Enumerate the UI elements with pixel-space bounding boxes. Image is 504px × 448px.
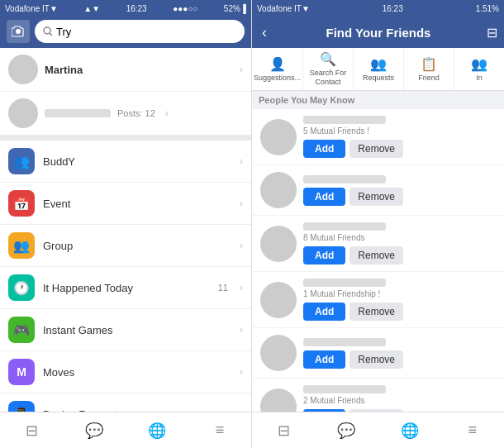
nav-item-happened-today[interactable]: 🕐 It Happened Today 11 ›	[0, 267, 251, 309]
back-button[interactable]: ‹	[259, 24, 270, 41]
friend-actions-2: Add Remove	[303, 188, 496, 206]
nav-item-events[interactable]: 📅 Event ›	[0, 183, 251, 225]
add-button-3[interactable]: Add	[303, 246, 345, 265]
buddyi-icon: 👥	[8, 148, 35, 174]
top-bar-right: ‹ Find Your Friends ⊟	[252, 17, 504, 48]
happened-today-icon: 🕐	[8, 274, 35, 301]
bnr-globe[interactable]: 🌐	[378, 422, 441, 440]
remove-button-5[interactable]: Remove	[349, 350, 403, 369]
groups-icon: 👥	[8, 232, 35, 259]
requests-icon: 👥	[370, 56, 387, 72]
profile-posts: Posts: 12	[117, 108, 155, 118]
profile-row-1[interactable]: Martina ›	[0, 48, 251, 92]
section-header: People You May Know	[252, 91, 504, 109]
nav-item-buddyi[interactable]: 👥 BuddY ›	[0, 141, 251, 183]
profile-name-1: Martina	[45, 64, 230, 76]
avatar-2	[8, 98, 38, 128]
battery-left: 52%▐	[224, 4, 246, 13]
svg-line-2	[50, 33, 52, 36]
friend-name-bar-6	[303, 385, 386, 393]
top-bar-title: Find Your Friends	[275, 26, 482, 40]
friend-actions-3: Add Remove	[303, 246, 496, 265]
friends-list: 5 Mutual Friends ! Add Remove Add Remove	[252, 109, 504, 412]
bnr-messenger[interactable]: 💬	[315, 422, 378, 440]
friend-info-2: Add Remove	[303, 175, 496, 206]
add-button-4[interactable]: Add	[303, 303, 345, 321]
tab-requests[interactable]: 👥 Requests	[354, 48, 404, 90]
friend-info-3: 8 Mutual Friends Add Remove	[303, 222, 496, 265]
avatar-1	[8, 55, 38, 84]
search-bar	[0, 17, 251, 48]
nav-item-moves[interactable]: M Moves ›	[0, 351, 251, 393]
search-input-wrap[interactable]	[35, 20, 245, 43]
friend-avatar-2	[260, 172, 297, 208]
device-requests-icon: 📱	[8, 401, 35, 412]
chevron-2: ›	[165, 107, 169, 119]
time-right: 16:23	[383, 4, 403, 13]
friend-avatar-3	[260, 226, 297, 262]
invite-label: In	[476, 74, 483, 83]
bnr-menu[interactable]: ≡	[441, 422, 504, 439]
remove-button-4[interactable]: Remove	[349, 303, 403, 321]
remove-button-1[interactable]: Remove	[349, 140, 403, 158]
tab-search[interactable]: 🔍 Search For Contact	[303, 48, 354, 90]
sub-nav: 👤 Suggestions... 🔍 Search For Contact 👥 …	[252, 48, 504, 91]
friend-info-6: 2 Mutual Friends Add Remove	[303, 385, 496, 412]
groups-label: Group	[43, 240, 228, 252]
moves-label: Moves	[43, 366, 228, 379]
nav-item-instant-games[interactable]: 🎮 Instant Games ›	[0, 309, 251, 351]
remove-button-2[interactable]: Remove	[349, 188, 403, 206]
bottom-nav-menu[interactable]: ≡	[188, 412, 251, 448]
friend-name-bar-3	[303, 222, 386, 231]
nav-item-groups[interactable]: 👥 Group ›	[0, 225, 251, 267]
bottom-nav-messenger[interactable]: 💬	[63, 412, 126, 448]
friend-mutual-6: 2 Mutual Friends	[303, 396, 496, 405]
happened-today-badge: 11	[218, 283, 228, 293]
carrier-right: Vodafone IT▼	[257, 4, 310, 13]
buddyi-label: BuddY	[43, 155, 228, 168]
signal-left: ●●●○○	[173, 4, 197, 13]
add-button-1[interactable]: Add	[303, 140, 345, 158]
remove-button-3[interactable]: Remove	[349, 246, 403, 265]
search-tab-label: Search For Contact	[305, 69, 351, 87]
add-button-2[interactable]: Add	[303, 188, 345, 206]
time-left: 16:23	[126, 4, 147, 13]
tab-invite[interactable]: 👥 In	[454, 48, 504, 90]
friend-mutual-4: 1 Mutual Friendship !	[303, 289, 496, 298]
camera-icon[interactable]	[7, 20, 30, 43]
friend-card-6: 2 Mutual Friends Add Remove	[252, 379, 504, 412]
bottom-nav-globe[interactable]: 🌐	[126, 412, 188, 448]
friend-avatar-6	[260, 388, 297, 412]
nav-item-device-requests[interactable]: 📱 Device Requests ›	[0, 393, 251, 412]
friend-avatar-1	[260, 119, 297, 155]
happened-today-label: It Happened Today	[43, 282, 210, 294]
instant-games-icon: 🎮	[8, 317, 35, 343]
suggestions-label: Suggestions...	[254, 74, 301, 83]
bookmark-icon[interactable]: ⊟	[487, 25, 497, 41]
bottom-nav-home[interactable]: ⊟	[0, 412, 63, 448]
friend-avatar-4	[260, 282, 297, 318]
friend-tab-label: Friend	[418, 74, 440, 83]
left-panel: Vodafone IT▼ ▲▼ 16:23 ●●●○○ 52%▐ Marti	[0, 0, 252, 448]
tab-suggestions[interactable]: 👤 Suggestions...	[252, 48, 303, 90]
instant-games-label: Instant Games	[43, 324, 228, 336]
friend-card-5: Add Remove	[252, 328, 504, 378]
profile-row-2[interactable]: Posts: 12 ›	[0, 92, 251, 136]
events-label: Event	[43, 198, 228, 210]
menu-section: Martina › Posts: 12 › 👥 BuddY › 📅 Event …	[0, 48, 251, 412]
add-button-5[interactable]: Add	[303, 350, 345, 369]
tab-friend[interactable]: 📋 Friend	[404, 48, 454, 90]
battery-right: 1.51%	[476, 4, 499, 13]
chevron-1: ›	[240, 64, 243, 75]
search-input[interactable]	[56, 26, 236, 38]
friend-card-4: 1 Mutual Friendship ! Add Remove	[252, 272, 504, 327]
friend-actions-5: Add Remove	[303, 350, 496, 369]
friend-card-2: Add Remove	[252, 165, 504, 215]
bnr-home[interactable]: ⊟	[252, 422, 315, 440]
events-icon: 📅	[8, 190, 35, 217]
wifi-icon: ▲▼	[83, 4, 100, 13]
bottom-nav-left: ⊟ 💬 🌐 ≡	[0, 412, 251, 448]
friend-name-bar-5	[303, 338, 386, 346]
svg-point-1	[44, 27, 50, 34]
suggestions-icon: 👤	[269, 56, 286, 72]
